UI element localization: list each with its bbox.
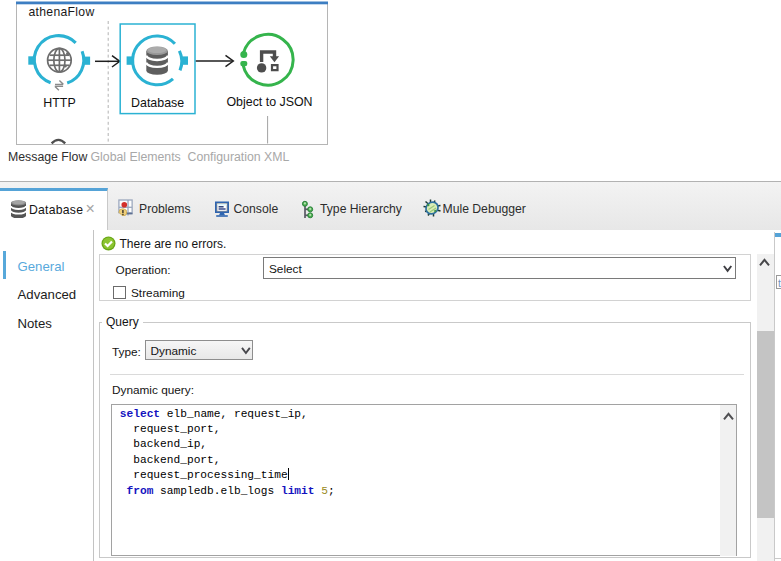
svg-text:athenaFlow: athenaFlow: [29, 5, 95, 19]
svg-text:Global Elements: Global Elements: [91, 150, 181, 164]
svg-text:HTTP: HTTP: [43, 96, 75, 110]
svg-text:Configuration XML: Configuration XML: [188, 150, 290, 164]
svg-text:Object to JSON: Object to JSON: [226, 95, 312, 109]
svg-text:Message Flow: Message Flow: [8, 150, 87, 164]
svg-text:Database: Database: [131, 96, 184, 110]
